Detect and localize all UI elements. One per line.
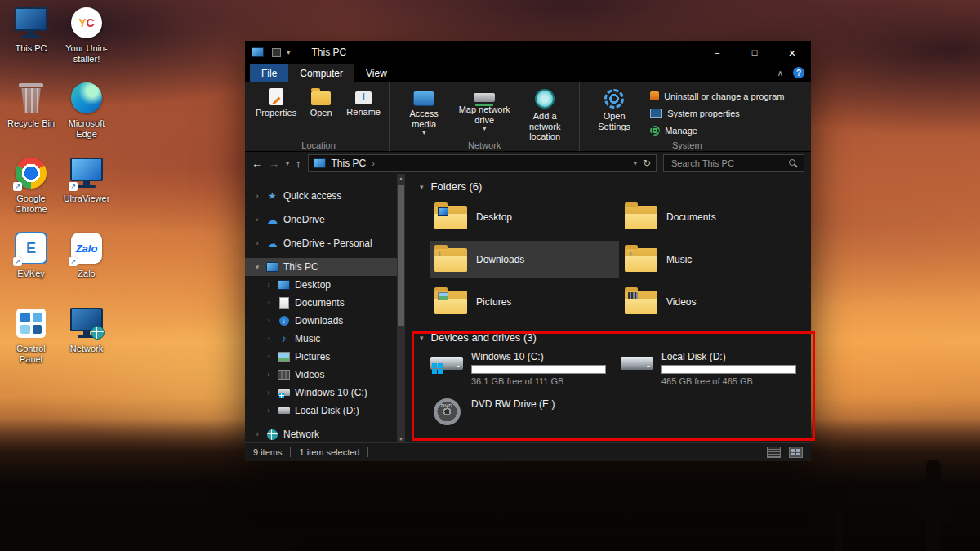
desktop-icon-label: This PC: [15, 43, 47, 54]
sidebar-item-windows-c[interactable]: › Windows 10 (C:): [245, 384, 405, 402]
collapse-ribbon-icon[interactable]: ∧: [777, 69, 783, 78]
large-icons-view-icon[interactable]: [789, 447, 803, 458]
chevron-right-icon[interactable]: ›: [265, 299, 273, 307]
drive-tile-local-disk-d[interactable]: Local Disk (D:) 465 GB free of 465 GB: [620, 349, 803, 397]
desktop-icon-zalo[interactable]: Zalo ↗ Zalo: [60, 230, 114, 305]
rename-button[interactable]: I Rename: [343, 84, 384, 118]
folders-section-header: ▾ Folders (6): [420, 180, 482, 193]
edge-icon: [71, 82, 102, 113]
desktop-icon-your-uninstaller[interactable]: YC Your Unin-staller!: [60, 5, 114, 80]
title-bar[interactable]: ▾ This PC – □ ×: [245, 41, 811, 64]
chevron-right-icon[interactable]: ›: [265, 407, 273, 415]
window-system-icon[interactable]: [252, 47, 264, 57]
minimize-button[interactable]: –: [698, 41, 736, 64]
desktop-icon-this-pc[interactable]: This PC: [4, 5, 58, 80]
chevron-right-icon[interactable]: ›: [253, 192, 261, 200]
chevron-right-icon[interactable]: ›: [265, 281, 273, 289]
properties-button[interactable]: Properties: [253, 84, 299, 118]
search-icon[interactable]: [789, 159, 798, 168]
scroll-up-icon[interactable]: ▲: [399, 176, 404, 181]
this-pc-icon: [15, 7, 47, 31]
sidebar-item-documents[interactable]: › Documents: [245, 294, 405, 312]
desktop-icon-evkey[interactable]: E ↗ EVKey: [4, 230, 58, 305]
desktop-icon-microsoft-edge[interactable]: Microsoft Edge: [60, 80, 114, 155]
content-pane: ▾ Folders (6) Desktop Documents ↓ Downlo…: [405, 174, 811, 443]
desktop-icon-control-panel[interactable]: Control Panel: [4, 305, 58, 380]
map-network-drive-button[interactable]: Map network drive▾: [455, 84, 514, 132]
maximize-button[interactable]: □: [736, 41, 773, 64]
manage-button[interactable]: Manage: [647, 122, 787, 138]
scroll-down-icon[interactable]: ▼: [399, 436, 404, 442]
section-chevron-icon[interactable]: ▾: [420, 183, 424, 191]
chevron-right-icon[interactable]: ›: [265, 389, 273, 397]
bush-silhouette: [0, 502, 310, 551]
desktop-icon-label: Network: [70, 344, 103, 354]
address-box[interactable]: This PC › ▾ ↻: [308, 154, 657, 172]
breadcrumb[interactable]: This PC: [332, 158, 367, 169]
drive-tile-windows-c[interactable]: Windows 10 (C:) 36.1 GB free of 111 GB: [430, 349, 612, 397]
qat-button-icon[interactable]: [272, 48, 281, 57]
desktop-icon-recycle-bin[interactable]: Recycle Bin: [4, 80, 58, 155]
scrollbar-thumb[interactable]: [398, 185, 404, 326]
up-icon[interactable]: ↑: [296, 158, 301, 170]
quick-access-toolbar[interactable]: ▾: [272, 48, 291, 57]
open-settings-button[interactable]: Open Settings: [585, 84, 644, 131]
uninstall-program-button[interactable]: Uninstall or change a program: [647, 88, 787, 104]
details-view-icon[interactable]: [767, 447, 781, 458]
help-icon[interactable]: ?: [793, 67, 804, 78]
tab-view[interactable]: View: [354, 64, 399, 82]
chevron-down-icon[interactable]: ▾: [253, 263, 261, 271]
forward-icon[interactable]: →: [269, 158, 279, 170]
sidebar-scrollbar[interactable]: ▲ ▼: [397, 174, 405, 443]
close-button[interactable]: ×: [773, 41, 811, 64]
desktop-icon-ultraviewer[interactable]: ↗ UltraViewer: [60, 155, 114, 230]
sidebar-item-pictures[interactable]: › Pictures: [245, 348, 405, 366]
desktop-icon-label: EVKey: [17, 269, 45, 279]
desktop-icon-network[interactable]: Network: [60, 305, 114, 380]
sidebar-item-network[interactable]: › Network: [245, 425, 405, 443]
access-media-button[interactable]: Access media▾: [394, 84, 453, 136]
open-button[interactable]: Open: [301, 84, 341, 118]
chevron-right-icon[interactable]: ›: [253, 216, 261, 224]
sidebar-item-desktop[interactable]: › Desktop: [245, 276, 405, 294]
chevron-right-icon[interactable]: ›: [265, 335, 273, 343]
tab-computer[interactable]: Computer: [288, 64, 354, 82]
breadcrumb-chevron-icon[interactable]: ›: [372, 158, 375, 168]
folder-tile-documents[interactable]: Documents: [620, 198, 809, 236]
recent-locations-icon[interactable]: ▾: [286, 160, 289, 167]
refresh-icon[interactable]: ↻: [643, 158, 651, 169]
folder-tile-videos[interactable]: Videos: [620, 283, 809, 321]
sidebar-item-quick-access[interactable]: › ★ Quick access: [245, 187, 405, 205]
devices-grid: Windows 10 (C:) 36.1 GB free of 111 GB L…: [430, 349, 810, 443]
chevron-right-icon[interactable]: ›: [265, 317, 273, 325]
chevron-right-icon[interactable]: ›: [265, 353, 273, 361]
chevron-right-icon[interactable]: ›: [265, 371, 273, 379]
chevron-right-icon[interactable]: ›: [253, 239, 261, 247]
drive-icon: [621, 357, 653, 370]
sidebar-item-onedrive-personal[interactable]: › ☁ OneDrive - Personal: [245, 234, 405, 252]
folder-tile-desktop[interactable]: Desktop: [430, 198, 619, 236]
sidebar-item-onedrive[interactable]: › ☁ OneDrive: [245, 211, 405, 229]
desktop-icon-google-chrome[interactable]: ↗ Google Chrome: [4, 155, 58, 230]
sidebar-item-local-disk-d[interactable]: › Local Disk (D:): [245, 402, 405, 420]
folder-tile-downloads[interactable]: ↓ Downloads: [430, 241, 619, 278]
search-input[interactable]: [670, 158, 789, 169]
sidebar-item-this-pc[interactable]: ▾ This PC: [245, 258, 405, 276]
add-network-location-button[interactable]: Add a network location: [515, 84, 574, 142]
drive-tile-dvd-e[interactable]: DVD DVD RW Drive (E:): [430, 397, 612, 443]
sidebar-item-videos[interactable]: › Videos: [245, 366, 405, 384]
sidebar-item-music[interactable]: › ♪ Music: [245, 330, 405, 348]
back-icon[interactable]: ←: [252, 158, 262, 170]
qat-dropdown-icon[interactable]: ▾: [287, 48, 291, 56]
search-box[interactable]: [663, 154, 804, 172]
folder-tile-pictures[interactable]: Pictures: [430, 283, 619, 321]
sidebar-item-downloads[interactable]: › ↓ Downloads: [245, 312, 405, 330]
section-chevron-icon[interactable]: ▾: [420, 334, 424, 342]
chevron-right-icon[interactable]: ›: [253, 430, 261, 438]
videos-folder-icon: [625, 291, 657, 314]
tab-file[interactable]: File: [250, 64, 288, 82]
map-drive-icon: [474, 93, 495, 102]
folder-tile-music[interactable]: ♪ Music: [620, 241, 809, 278]
system-properties-button[interactable]: System properties: [647, 105, 787, 121]
address-dropdown-icon[interactable]: ▾: [633, 159, 637, 167]
